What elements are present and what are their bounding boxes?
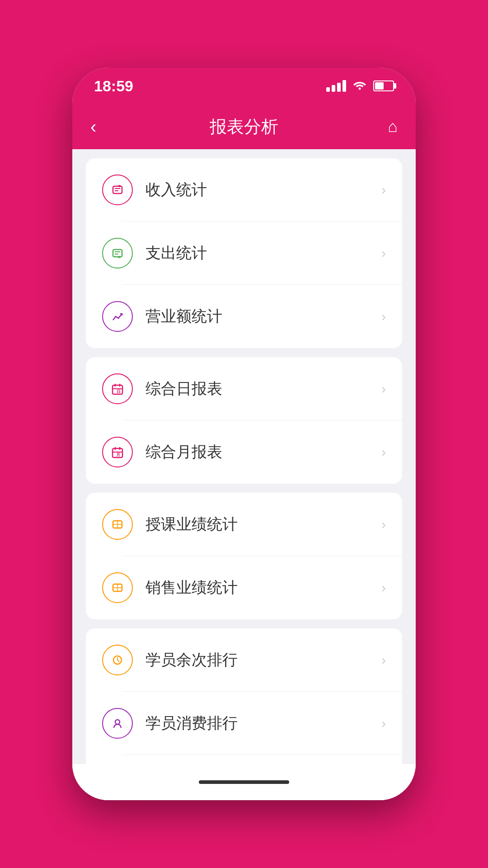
chevron-icon: › [381, 716, 386, 731]
menu-item-monthly-report[interactable]: 月 综合月报表 › [86, 420, 402, 484]
menu-item-expense-stats[interactable]: 支出统计 › [86, 222, 402, 285]
expense-stats-icon [102, 238, 133, 269]
svg-text:月: 月 [116, 453, 120, 457]
bottom-bar [72, 764, 416, 800]
monthly-report-icon: 月 [102, 437, 133, 467]
home-indicator [199, 780, 289, 784]
svg-rect-1 [113, 186, 122, 193]
svg-text:日: 日 [117, 389, 121, 394]
income-stats-label: 收入统计 [145, 179, 381, 200]
signal-icon [326, 80, 346, 92]
svg-point-26 [115, 720, 120, 724]
revenue-stats-icon [102, 301, 133, 332]
status-icons [326, 79, 394, 93]
menu-item-student-recharge-rank[interactable]: 学员充值排行 › [86, 755, 402, 764]
student-consume-rank-label: 学员消费排行 [145, 713, 381, 734]
card-group-2: 日 综合日报表 › 月 综合月报表 › [86, 357, 402, 484]
chevron-icon: › [381, 381, 386, 396]
chevron-icon: › [381, 245, 386, 261]
teaching-stats-icon [102, 509, 133, 540]
student-sessions-rank-icon [102, 645, 133, 675]
page-title: 报表分析 [117, 115, 371, 138]
content-area: 收入统计 › 支出统计 › [72, 149, 416, 764]
chevron-icon: › [381, 182, 386, 198]
daily-report-label: 综合日报表 [145, 378, 381, 399]
chevron-icon: › [381, 652, 386, 668]
menu-item-daily-report[interactable]: 日 综合日报表 › [86, 357, 402, 420]
card-group-3: 授课业绩统计 › 销售业绩统计 › [86, 493, 402, 619]
sales-stats-label: 销售业绩统计 [145, 577, 381, 598]
home-button[interactable]: ⌂ [371, 117, 398, 136]
svg-line-25 [117, 660, 119, 662]
daily-report-icon: 日 [102, 373, 133, 404]
chevron-icon: › [381, 309, 386, 324]
wifi-icon [352, 79, 367, 93]
menu-item-revenue-stats[interactable]: 营业额统计 › [86, 285, 402, 348]
battery-icon [373, 80, 394, 91]
status-time: 18:59 [94, 77, 133, 95]
chevron-icon: › [381, 580, 386, 595]
svg-point-0 [359, 88, 361, 90]
expense-stats-label: 支出统计 [145, 243, 381, 264]
chevron-icon: › [381, 517, 386, 532]
menu-item-income-stats[interactable]: 收入统计 › [86, 158, 402, 222]
menu-item-student-consume-rank[interactable]: 学员消费排行 › [86, 692, 402, 755]
svg-rect-4 [113, 250, 122, 257]
header: ‹ 报表分析 ⌂ [72, 104, 416, 149]
back-button[interactable]: ‹ [90, 117, 117, 137]
student-sessions-rank-label: 学员余次排行 [145, 650, 381, 670]
menu-item-sales-stats[interactable]: 销售业绩统计 › [86, 556, 402, 619]
menu-item-student-sessions-rank[interactable]: 学员余次排行 › [86, 628, 402, 692]
menu-item-teaching-stats[interactable]: 授课业绩统计 › [86, 493, 402, 556]
sales-stats-icon [102, 572, 133, 603]
student-consume-rank-icon [102, 708, 133, 739]
revenue-stats-label: 营业额统计 [145, 306, 381, 327]
monthly-report-label: 综合月报表 [145, 442, 381, 462]
income-stats-icon [102, 175, 133, 205]
card-group-4: 学员余次排行 › 学员消费排行 › [86, 628, 402, 764]
teaching-stats-label: 授课业绩统计 [145, 514, 381, 535]
chevron-icon: › [381, 444, 386, 460]
card-group-1: 收入统计 › 支出统计 › [86, 158, 402, 348]
status-bar: 18:59 [72, 68, 416, 104]
phone-frame: 18:59 ‹ 报表分析 ⌂ [72, 68, 416, 800]
